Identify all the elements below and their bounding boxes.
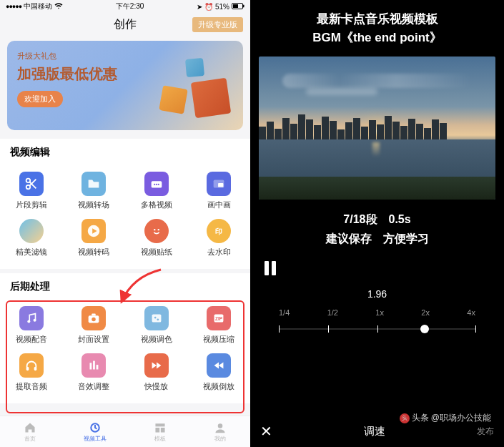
location-icon: ➤ (197, 3, 202, 11)
dots-icon (144, 172, 169, 196)
svg-text:印: 印 (215, 227, 222, 235)
grid-item-rewind[interactable]: 视频倒放 (188, 349, 251, 396)
item-label: 画中画 (207, 200, 231, 210)
svg-point-36 (218, 423, 223, 428)
grid-item-zip[interactable]: ZIP视频压缩 (188, 302, 251, 349)
svg-point-7 (156, 184, 157, 185)
rewind-icon (207, 353, 231, 378)
carrier: 中国移动 (24, 1, 52, 11)
item-label: 视频配音 (16, 334, 47, 345)
video-preview[interactable] (259, 57, 495, 200)
svg-point-23 (154, 317, 157, 319)
folder-icon (81, 172, 106, 196)
speed-value: 1.96 (265, 288, 490, 300)
item-label: 音效调整 (78, 381, 109, 392)
byline: 头 头条 @职场办公技能 (400, 412, 491, 424)
promo-banner[interactable]: 升级大礼包 加强版最低优惠 欢迎加入 (7, 41, 243, 130)
svg-point-17 (27, 320, 30, 323)
smile-icon (144, 219, 169, 243)
upgrade-button[interactable]: 升级专业版 (192, 17, 243, 32)
music-icon (19, 306, 44, 330)
me-icon (214, 421, 227, 434)
grid-item-eq[interactable]: 音效调整 (63, 349, 126, 396)
svg-rect-10 (218, 183, 223, 187)
item-label: 快慢放 (144, 381, 168, 392)
grid-item-scissors[interactable]: 片段剪辑 (0, 167, 63, 215)
item-label: 视频压缩 (203, 334, 234, 345)
svg-rect-34 (155, 428, 159, 433)
status-bar: ●●●●● 中国移动 下午2:30 ➤ ⏰ 51% (0, 0, 250, 13)
grid-item-smile[interactable]: 视频贴纸 (125, 215, 188, 262)
scissors-icon (19, 172, 44, 196)
svg-point-6 (154, 184, 155, 185)
pause-button[interactable] (265, 261, 277, 275)
tab-me[interactable]: 我的 (214, 421, 227, 443)
tab-bar: 首页视频工具模板我的 (0, 416, 250, 447)
close-button[interactable]: ✕ (260, 423, 272, 440)
camera-icon (81, 306, 106, 330)
speed-label: 调速 (364, 425, 385, 438)
item-label: 去水印 (207, 247, 231, 257)
grid-item-music[interactable]: 视频配音 (0, 302, 63, 349)
publish-button[interactable]: 发布 (477, 426, 494, 438)
grid-item-folder[interactable]: 视频转场 (63, 167, 126, 215)
home-icon (24, 421, 36, 434)
section-title-edit: 视频编辑 (0, 139, 250, 164)
item-label: 视频倒放 (203, 381, 234, 392)
grid-item-headphone[interactable]: 提取音频 (0, 349, 63, 396)
item-label: 精美滤镜 (16, 247, 47, 257)
svg-point-14 (154, 229, 155, 230)
svg-rect-27 (26, 367, 29, 371)
svg-point-15 (157, 229, 159, 230)
svg-point-8 (157, 184, 159, 185)
section-title-post: 后期处理 (0, 273, 250, 299)
grid-item-circle[interactable]: 精美滤镜 (0, 215, 63, 262)
svg-rect-31 (97, 365, 99, 369)
grid-item-pip[interactable]: 画中画 (188, 167, 251, 215)
gift-illustration (157, 59, 229, 116)
svg-point-20 (92, 318, 97, 322)
battery-text: 51% (215, 3, 229, 11)
svg-rect-22 (152, 315, 161, 323)
svg-rect-1 (233, 4, 238, 8)
grid-item-palette[interactable]: 视频调色 (125, 302, 188, 349)
title-line1: 最新卡点音乐视频模板 (250, 10, 504, 29)
save-hint: 建议保存 方便学习 (250, 229, 504, 248)
item-label: 视频贴纸 (141, 247, 172, 257)
tab-home[interactable]: 首页 (24, 421, 36, 443)
title-line2: BGM《the end point》 (250, 29, 504, 47)
wifi-icon (54, 3, 63, 11)
svg-point-18 (33, 319, 36, 322)
grid-item-play[interactable]: 视频转码 (63, 215, 126, 262)
signal-icon: ●●●●● (6, 3, 21, 10)
svg-rect-2 (243, 4, 244, 7)
tab-tpl[interactable]: 模板 (154, 421, 167, 443)
tick-label: 1x (375, 308, 384, 317)
item-label: 视频调色 (141, 334, 172, 345)
tpl-icon (154, 421, 167, 434)
svg-rect-33 (155, 423, 164, 426)
promo-join-button[interactable]: 欢迎加入 (17, 91, 63, 107)
speed-slider[interactable] (279, 323, 475, 335)
tick-label: 1/2 (327, 308, 338, 317)
grid-item-dots[interactable]: 多格视频 (125, 167, 188, 215)
palette-icon (144, 306, 169, 330)
svg-text:ZIP: ZIP (215, 316, 223, 321)
headphone-icon (19, 353, 44, 378)
segment-info: 7/18段 0.5s 建议保存 方便学习 (250, 210, 504, 248)
grid-item-print[interactable]: 印去水印 (188, 215, 251, 262)
speed-ticks: 1/41/21x2x4x (265, 308, 490, 317)
tab-tool[interactable]: 视频工具 (84, 421, 107, 443)
circle-icon (19, 219, 44, 243)
svg-point-24 (157, 318, 159, 320)
svg-rect-28 (34, 367, 36, 371)
tick-label: 4x (467, 308, 475, 317)
pip-icon (207, 172, 231, 196)
item-label: 封面设置 (78, 334, 109, 345)
grid-item-ff[interactable]: 快慢放 (125, 349, 188, 396)
tick-label: 1/4 (279, 308, 290, 317)
alarm-icon: ⏰ (204, 3, 213, 11)
ff-icon (144, 353, 169, 378)
eq-icon (81, 353, 106, 378)
grid-item-camera[interactable]: 封面设置 (63, 302, 126, 349)
